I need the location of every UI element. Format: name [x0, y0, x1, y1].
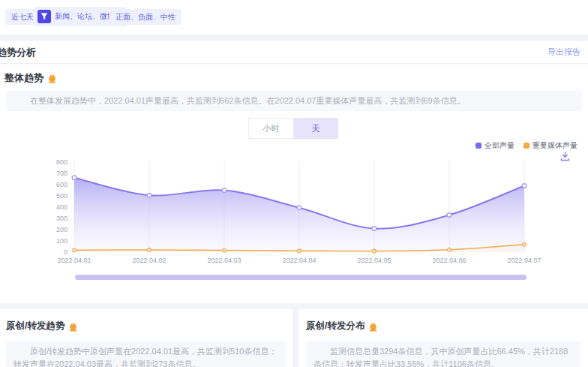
filter-tag-label: 正面、负面、中性 — [116, 13, 176, 21]
chart-datazoom-scrollbar[interactable] — [75, 275, 526, 280]
svg-text:700: 700 — [56, 170, 68, 177]
tab-day[interactable]: 天 — [293, 118, 338, 139]
card-title-text: 原创/转发趋势 — [6, 320, 64, 332]
svg-text:800: 800 — [56, 158, 68, 166]
svg-text:500: 500 — [56, 192, 68, 200]
original-repost-dist-title: 原创/转发分布 — [306, 320, 378, 332]
tab-hour[interactable]: 小时 — [248, 118, 293, 139]
legend-label: 重要媒体声量 — [532, 140, 578, 151]
granularity-tabs: 小时 天 — [248, 118, 338, 139]
card-title-text: 原创/转发分布 — [306, 320, 364, 332]
flame-icon — [368, 321, 378, 332]
flame-icon — [47, 73, 57, 83]
svg-text:600: 600 — [56, 181, 68, 188]
top-filter-bar: 近七天 新闻、论坛、微博... 正面、负面、中性 — [0, 0, 588, 35]
original-repost-trend-summary: 原创/转发趋势中原创声量在2022.04.01最高，共监测到510条信息；转发声… — [6, 341, 286, 367]
svg-text:300: 300 — [56, 215, 68, 222]
svg-text:2022.04.05: 2022.04.05 — [357, 257, 391, 264]
page-title: 趋势分析 — [0, 41, 36, 64]
svg-text:2022.04.04: 2022.04.04 — [282, 257, 316, 264]
export-report-button[interactable]: 导出报告 — [548, 41, 580, 64]
filter-tag-sentiment[interactable]: 正面、负面、中性 — [110, 9, 182, 25]
legend-item-media[interactable]: 重要媒体声量 — [524, 140, 578, 151]
original-repost-trend-card: 原创/转发趋势 原创/转发趋势中原创声量在2022.04.01最高，共监测到51… — [0, 309, 292, 367]
flame-icon — [68, 321, 78, 332]
original-repost-trend-title: 原创/转发趋势 — [6, 320, 78, 332]
overall-trend-card: 整体趋势 在整体发展趋势中，2022.04.01声量最高，共监测到662条信息。… — [0, 65, 588, 303]
legend-label: 全部声量 — [484, 140, 514, 151]
svg-text:200: 200 — [56, 226, 68, 233]
svg-text:0: 0 — [64, 248, 68, 256]
svg-text:100: 100 — [56, 237, 68, 245]
dashboard-page: { "topbar": { "tags": [ { "label": "近七天"… — [0, 0, 588, 367]
svg-text:2022.04.02: 2022.04.02 — [132, 257, 166, 264]
original-repost-dist-summary: 监测信息总量3294条信息，其中原创声量占比66.45%，共计2188条信息；转… — [306, 341, 580, 367]
svg-text:2022.04.07: 2022.04.07 — [507, 257, 541, 264]
trend-chart-svg: 01002003004005006007008002022.04.012022.… — [0, 156, 588, 270]
svg-text:2022.04.01: 2022.04.01 — [57, 257, 91, 264]
svg-text:2022.04.06: 2022.04.06 — [432, 257, 466, 264]
original-repost-dist-card: 原创/转发分布 监测信息总量3294条信息，其中原创声量占比66.45%，共计2… — [298, 309, 588, 367]
legend-item-total[interactable]: 全部声量 — [476, 140, 514, 151]
overall-summary: 在整体发展趋势中，2022.04.01声量最高，共监测到662条信息。在2022… — [6, 91, 582, 111]
filter-tag-label: 近七天 — [11, 13, 34, 21]
overall-trend-title: 整体趋势 — [4, 71, 57, 85]
svg-text:400: 400 — [56, 203, 68, 211]
chart-legend: 全部声量 重要媒体声量 — [476, 140, 578, 151]
source-filter-icon — [38, 10, 51, 23]
svg-text:2022.04.03: 2022.04.03 — [207, 257, 241, 264]
overall-trend-title-text: 整体趋势 — [4, 71, 44, 85]
section-header: 趋势分析 导出报告 — [0, 40, 588, 64]
legend-swatch-orange — [524, 143, 530, 149]
trend-area-chart: 01002003004005006007008002022.04.012022.… — [0, 156, 588, 270]
legend-swatch-purple — [476, 143, 482, 149]
